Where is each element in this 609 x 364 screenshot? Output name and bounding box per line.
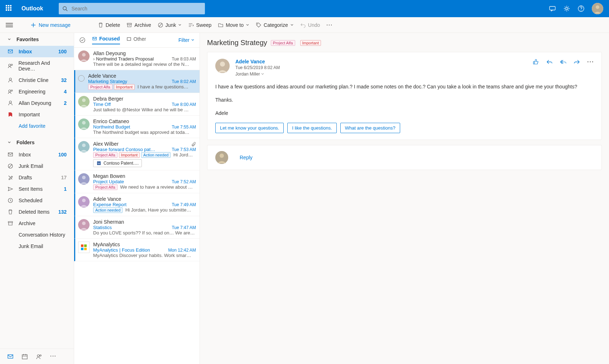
folders-header[interactable]: Folders — [0, 136, 74, 149]
sidebar-item[interactable]: Research And Deve… — [0, 57, 74, 74]
tag-icon — [256, 22, 262, 28]
filter-button[interactable]: Filter — [178, 37, 195, 43]
select-all-icon[interactable] — [79, 37, 86, 43]
email-item[interactable]: Adele VanceExpense ReportTue 7:49 AMActi… — [74, 193, 200, 216]
archive-icon — [126, 22, 132, 28]
svg-point-28 — [80, 38, 85, 43]
email-preview: Just talked to @Nestor Wilke and he will… — [93, 107, 196, 112]
forward-icon[interactable] — [574, 59, 580, 65]
email-item[interactable]: MyAnalyticsMyAnalytics | Focus EditionMo… — [74, 239, 200, 261]
undo-button[interactable]: Undo — [300, 22, 320, 28]
nav-icon — [7, 77, 14, 83]
nav-label: Archive — [19, 220, 35, 226]
category-badge: Action needed — [141, 152, 171, 158]
move-button[interactable]: Move to — [218, 22, 249, 28]
more-icon[interactable]: ··· — [587, 59, 594, 65]
suggested-reply[interactable]: What are the questions? — [340, 123, 400, 133]
more-icon[interactable]: ··· — [326, 22, 333, 28]
sidebar-item[interactable]: Junk Email — [0, 160, 74, 172]
categorize-button[interactable]: Categorize — [256, 22, 294, 28]
email-item[interactable]: Joni ShermanStatisticsTue 7:47 AM Do you… — [74, 216, 200, 239]
select-circle[interactable] — [78, 75, 85, 82]
favorites-header[interactable]: Favorites — [0, 33, 74, 46]
reply-link[interactable]: Reply — [240, 155, 253, 160]
sidebar-item[interactable]: Conversation History — [0, 229, 74, 241]
reply-all-icon[interactable] — [560, 59, 566, 65]
svg-point-41 — [82, 176, 86, 179]
mail-icon[interactable] — [7, 353, 14, 360]
sidebar-item[interactable]: Allan Deyoung2 — [0, 97, 74, 109]
like-icon[interactable] — [533, 59, 539, 65]
svg-point-14 — [11, 64, 13, 65]
help-icon[interactable] — [577, 5, 585, 12]
sidebar-item[interactable]: Important — [0, 109, 74, 120]
email-item[interactable]: Debra BergerTime OffTue 8:00 AM Just tal… — [74, 93, 200, 116]
sidebar-item[interactable]: Christie Cline32 — [0, 74, 74, 86]
sidebar-item[interactable]: Inbox100 — [0, 149, 74, 160]
more-apps-icon[interactable]: ··· — [50, 353, 57, 360]
nav-label: Allan Deyoung — [19, 100, 51, 106]
email-from: Alex Wilber — [93, 141, 196, 147]
message-body: I have a few questions and ideas around … — [215, 83, 594, 117]
command-bar: New message Delete Archive Junk Sweep Mo… — [0, 17, 609, 33]
message-card: Adele Vance Tue 6/25/2019 8:02 AM Jordan… — [207, 52, 602, 140]
app-launcher-icon[interactable] — [6, 5, 13, 12]
sidebar-item[interactable]: Scheduled — [0, 195, 74, 206]
sender-avatar[interactable] — [215, 59, 230, 73]
reply-box[interactable]: Reply — [207, 145, 602, 170]
email-item[interactable]: Enrico CattaneoNorthwind BudgetTue 7:55 … — [74, 116, 200, 138]
sender-avatar — [78, 196, 90, 208]
email-subject: Project Update — [93, 179, 169, 184]
chat-icon[interactable] — [549, 5, 556, 12]
search-input[interactable] — [71, 6, 201, 11]
new-message-button[interactable]: New message — [31, 22, 71, 28]
category-badge: Important — [300, 40, 321, 46]
topbar: Outlook — [0, 0, 609, 17]
archive-button[interactable]: Archive — [126, 22, 151, 28]
sidebar-item[interactable]: Inbox100 — [0, 46, 74, 57]
user-avatar[interactable] — [592, 3, 603, 14]
sweep-button[interactable]: Sweep — [188, 22, 211, 28]
sidebar-item[interactable]: Drafts17 — [0, 172, 74, 183]
sidebar-item[interactable]: Engineering4 — [0, 86, 74, 97]
svg-point-7 — [596, 5, 599, 9]
junk-button[interactable]: Junk — [158, 22, 182, 28]
search-box[interactable] — [59, 3, 205, 14]
reading-pane: Marketing Strategy Project Alfa Importan… — [200, 33, 609, 364]
sidebar-item[interactable]: Junk Email — [0, 241, 74, 252]
sidebar: Favorites Inbox100Research And Deve…Chri… — [0, 33, 74, 364]
sidebar-item[interactable]: Archive — [0, 218, 74, 229]
sidebar-item[interactable]: Deleted Items132 — [0, 206, 74, 218]
delete-button[interactable]: Delete — [98, 22, 120, 28]
email-time: Tue 8:02 AM — [172, 79, 196, 84]
reply-icon[interactable] — [546, 59, 553, 65]
chevron-down-icon[interactable] — [261, 73, 264, 76]
suggested-reply[interactable]: I like the questions. — [287, 123, 336, 133]
suggested-reply[interactable]: Let me know your questions. — [215, 123, 284, 133]
nav-label: Junk Email — [19, 243, 43, 249]
calendar-icon[interactable] — [21, 353, 28, 360]
people-icon[interactable] — [36, 353, 42, 360]
email-item[interactable]: Adele VanceMarketing StrategyTue 8:02 AM… — [74, 70, 200, 93]
email-time: Tue 8:00 AM — [172, 102, 196, 107]
email-item[interactable]: Alex WilberPlease forward Contoso pat…Tu… — [74, 138, 200, 170]
email-subject: Northwind Budget — [93, 124, 169, 130]
hamburger-icon[interactable] — [6, 23, 13, 27]
message-list-header: Focused Other Filter — [74, 33, 200, 48]
sidebar-item[interactable]: Sent Items1 — [0, 183, 74, 195]
nav-label: Drafts — [19, 175, 32, 180]
attachment-chip[interactable]: WContoso Patent…. — [93, 159, 142, 167]
add-favorite[interactable]: Add favorite — [0, 120, 74, 132]
svg-rect-29 — [127, 38, 131, 40]
email-item[interactable]: Allan Deyoung› Northwind Traders Proposa… — [74, 48, 200, 70]
recipient: Jordan Miller — [235, 71, 280, 77]
category-badge: Project Alfa — [271, 40, 295, 46]
sender-name[interactable]: Adele Vance — [235, 59, 280, 64]
svg-rect-25 — [22, 355, 27, 359]
email-item[interactable]: Megan BowenProject UpdateTue 7:52 AMProj… — [74, 170, 200, 193]
email-time: Mon 12:42 AM — [168, 248, 196, 253]
sidebar-switcher: ··· — [0, 349, 74, 364]
gear-icon[interactable] — [563, 5, 570, 12]
tab-other[interactable]: Other — [126, 36, 146, 44]
tab-focused[interactable]: Focused — [92, 36, 120, 44]
